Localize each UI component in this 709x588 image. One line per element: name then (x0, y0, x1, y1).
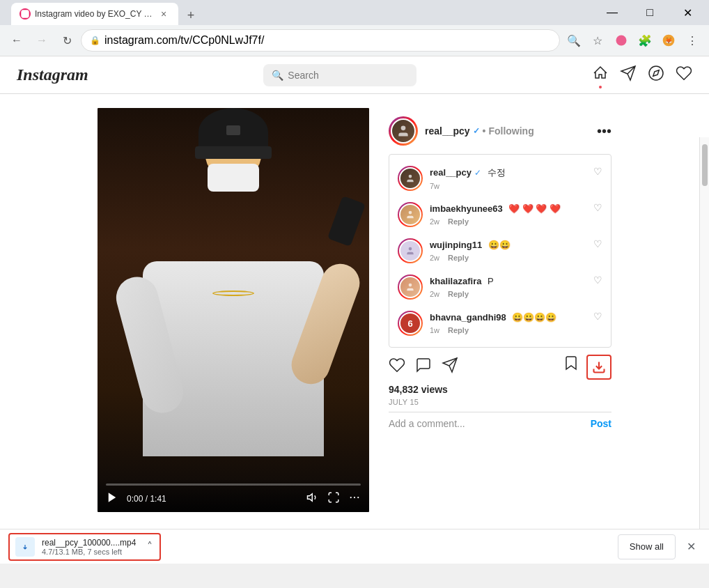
svg-rect-18 (20, 542, 28, 552)
ig-header: Instagram 🔍 (0, 56, 709, 94)
more-options-button[interactable] (348, 491, 361, 506)
ig-circle-button[interactable] (610, 29, 632, 52)
comment-meta: 2w Reply (430, 217, 586, 226)
comment-username[interactable]: wujinping11 (430, 240, 482, 250)
download-file-icon (15, 537, 35, 557)
comment-text: 😀😀😀😀 (512, 312, 556, 323)
controls-left: 0:00 / 1:41 (106, 491, 166, 506)
search-browser-button[interactable]: 🔍 (563, 29, 585, 52)
maximize-button[interactable]: □ (634, 1, 666, 24)
bookmark-button[interactable] (563, 355, 579, 380)
svg-marker-5 (109, 493, 116, 502)
commenter-avatar[interactable] (398, 238, 423, 263)
commenter-avatar[interactable]: 6 (398, 311, 423, 336)
fullscreen-button[interactable] (327, 491, 340, 506)
share-button[interactable] (442, 357, 458, 378)
author-avatar[interactable] (389, 116, 418, 146)
progress-bar[interactable] (106, 483, 361, 486)
home-nav-icon[interactable] (592, 65, 609, 86)
comment-like-button[interactable]: ♡ (593, 274, 602, 286)
close-button[interactable]: ✕ (671, 1, 703, 24)
comment-username[interactable]: real__pcy (430, 167, 472, 178)
comment-meta: 1w Reply (430, 326, 586, 334)
video-player[interactable]: 0:00 / 1:41 (98, 108, 369, 512)
comment-item: khalilazafira P 2w Reply ♡ (389, 269, 611, 305)
url-display: instagram.com/tv/CCp0NLwJf7f/ (104, 34, 264, 47)
minimize-button[interactable]: — (596, 1, 628, 24)
close-download-bar-button[interactable]: ✕ (681, 537, 701, 557)
tab-close-button[interactable]: × (157, 8, 170, 20)
svg-point-14 (409, 284, 412, 287)
comment-time: 1w (430, 326, 439, 334)
views-count: 94,832 views (389, 384, 611, 398)
reply-button[interactable]: Reply (448, 254, 469, 262)
search-input[interactable] (288, 70, 408, 81)
reply-button[interactable]: Reply (448, 217, 469, 226)
commenter-avatar[interactable] (398, 166, 423, 191)
comment-time: 2w (430, 254, 439, 262)
time-current: 0:00 (127, 494, 143, 504)
search-bar[interactable]: 🔍 (263, 64, 416, 86)
back-button[interactable]: ← (6, 29, 28, 52)
show-all-button[interactable]: Show all (618, 534, 676, 559)
reply-button[interactable]: Reply (448, 290, 469, 298)
send-nav-icon[interactable] (620, 65, 637, 86)
address-bar: ← → ↻ 🔒 instagram.com/tv/CCp0NLwJf7f/ 🔍 … (0, 25, 709, 56)
controls-right (306, 491, 361, 506)
lock-icon: 🔒 (90, 36, 100, 45)
profile-button[interactable]: 🦊 (657, 29, 680, 52)
new-tab-button[interactable]: + (181, 6, 201, 25)
comment-like-button[interactable]: ♡ (593, 166, 602, 177)
comment-item: 6 bhavna_gandhi98 😀😀😀😀 1w Reply ♡ (389, 305, 611, 341)
video-section: 0:00 / 1:41 (98, 108, 369, 512)
active-tab[interactable]: Instagram video by EXO_CY • Jul × (11, 3, 178, 25)
menu-button[interactable]: ⋮ (681, 29, 703, 52)
url-bar[interactable]: 🔒 instagram.com/tv/CCp0NLwJf7f/ (81, 29, 560, 52)
download-expand-button[interactable]: ˄ (147, 540, 153, 553)
window-controls: — □ ✕ (596, 1, 703, 24)
download-right-actions: Show all ✕ (618, 534, 701, 559)
comment-item: wujinping11 😀😀 2w Reply ♡ (389, 233, 611, 269)
download-filename: real__pcy_100000....mp4 (42, 538, 136, 548)
comment-like-button[interactable]: ♡ (593, 202, 602, 213)
svg-point-9 (357, 497, 359, 498)
time-display: 0:00 / 1:41 (127, 494, 166, 504)
comment-input[interactable] (389, 418, 591, 429)
compass-nav-icon[interactable] (648, 65, 664, 86)
comment-time: 7w (430, 182, 439, 190)
volume-button[interactable] (306, 491, 319, 506)
comment-like-button[interactable]: ♡ (593, 238, 602, 249)
forward-button[interactable]: → (31, 29, 53, 52)
svg-point-10 (401, 126, 406, 131)
reload-button[interactable]: ↻ (56, 29, 78, 52)
heart-nav-icon[interactable] (676, 65, 692, 86)
bookmark-button[interactable]: ☆ (586, 29, 609, 52)
instagram-logo[interactable]: Instagram (17, 65, 88, 84)
commenter-avatar[interactable] (398, 202, 423, 227)
comment-username[interactable]: imbaekhyunee63 (430, 203, 503, 214)
post-comment-button[interactable]: Post (591, 418, 611, 429)
comment-button[interactable] (415, 357, 432, 378)
comment-like-button[interactable]: ♡ (593, 311, 602, 322)
comment-time: 2w (430, 217, 439, 226)
like-button[interactable] (389, 357, 405, 378)
reply-button[interactable]: Reply (448, 326, 469, 334)
commenter-avatar[interactable] (398, 274, 423, 300)
comment-username[interactable]: khalilazafira (430, 276, 481, 286)
more-options-button[interactable]: ••• (597, 123, 611, 139)
comment-username[interactable]: bhavna_gandhi98 (430, 312, 506, 323)
comments-section[interactable]: real__pcy ✓ 수정 7w ♡ (389, 154, 611, 348)
svg-marker-4 (653, 70, 659, 75)
tab-bar: Instagram video by EXO_CY • Jul × + (6, 0, 206, 25)
download-button[interactable] (586, 355, 611, 380)
scrollbar-thumb[interactable] (702, 144, 708, 186)
comment-item: imbaekhyunee63 ❤️ ❤️ ❤️ ❤️ 2w Reply ♡ (389, 196, 611, 233)
comment-meta: 2w Reply (430, 254, 586, 262)
comment-time: 2w (430, 290, 439, 298)
extensions-button[interactable]: 🧩 (634, 29, 656, 52)
comment-text: 😀😀 (488, 240, 511, 250)
browser-scrollbar[interactable] (699, 137, 709, 564)
play-button[interactable] (106, 491, 118, 506)
svg-point-12 (409, 211, 412, 215)
post-date: JULY 15 (389, 398, 611, 412)
